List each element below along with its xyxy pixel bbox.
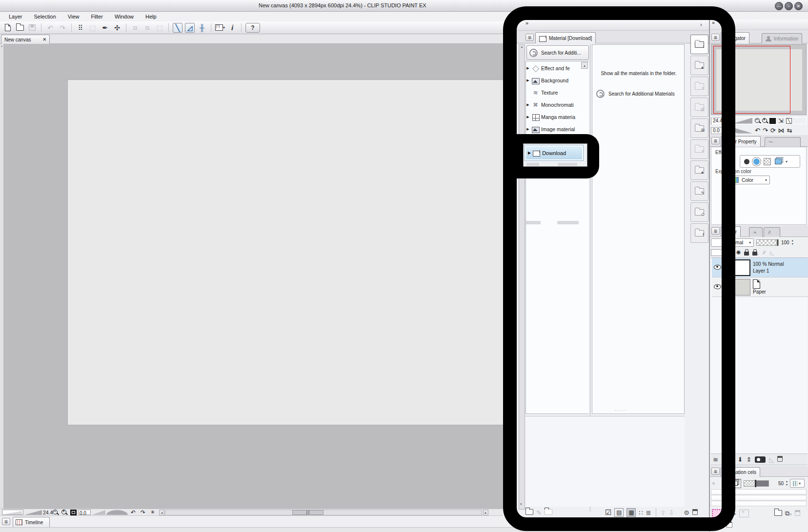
material-panel-menu-icon[interactable]: ≣ <box>525 34 534 41</box>
onion-opacity-slider[interactable] <box>744 480 769 487</box>
tree-item-manga-material[interactable]: ▶ Manga materia <box>526 112 588 122</box>
splitter-dots-handle[interactable]: ····· <box>615 408 627 413</box>
edit-material-icon[interactable]: ✎ <box>536 509 542 516</box>
select-cel-icon[interactable] <box>712 509 722 518</box>
nav-reset-rotation-icon[interactable]: ⟳ <box>770 127 776 134</box>
monochromatic-category-button[interactable]: ✕ <box>690 77 708 96</box>
cel-display-dropdown[interactable]: ▾ <box>790 479 805 488</box>
blend-mode-dropdown[interactable]: Normal ▾ <box>711 238 754 247</box>
display-settings-icon[interactable]: ▾ <box>215 23 225 33</box>
selection-mode2-icon[interactable]: ⧅ <box>142 23 152 33</box>
fill-icon[interactable]: ✒ <box>100 23 110 33</box>
tone-pattern-icon[interactable] <box>764 158 771 165</box>
fit-to-screen-icon[interactable] <box>70 510 77 515</box>
download-category-button[interactable]: ↓ <box>690 35 708 54</box>
mannequin-icon[interactable]: ✺ <box>736 249 741 256</box>
export-material-icon[interactable]: ⇩ <box>668 509 674 516</box>
rotate-ccw-icon[interactable]: ↶ <box>131 509 136 516</box>
animation-list-row[interactable]: . . . . . . . . <box>711 501 807 506</box>
menu-layer[interactable]: Layer <box>9 14 22 20</box>
collapse-dock-icon[interactable]: » <box>712 20 715 25</box>
tree-item-download[interactable]: ▶ Download <box>525 145 583 160</box>
rotate-cw-icon[interactable]: ↷ <box>141 509 145 516</box>
layer-mask-icon[interactable] <box>755 456 766 463</box>
export-doc-icon[interactable] <box>727 520 732 528</box>
navigator-view-outline[interactable] <box>713 46 790 114</box>
background-category-button[interactable]: ▲ <box>690 56 708 75</box>
undo-icon[interactable]: ↶ <box>45 23 55 33</box>
rotation-value-box[interactable]: 0.0 <box>78 510 91 515</box>
tone-effect-icon[interactable] <box>753 158 760 165</box>
tab-layer-property[interactable]: Layer Property <box>721 136 761 147</box>
selection-mode-icon[interactable]: ⧄ <box>130 23 140 33</box>
scrollbar-thumb[interactable] <box>292 510 323 515</box>
tree-item-image-material[interactable]: ▶ Image material <box>526 124 588 135</box>
3d-category-button[interactable]: ◇ <box>690 202 708 222</box>
navigator-panel-menu-icon[interactable]: ≣ <box>711 34 720 41</box>
document-tab[interactable]: New canvas ✕ <box>1 35 50 44</box>
layer-thumbnail[interactable] <box>733 259 750 276</box>
transfer-icon[interactable]: ⇕ <box>746 456 751 463</box>
selection-frame-icon[interactable]: ⬚ <box>155 23 164 33</box>
redo-icon[interactable]: ↷ <box>58 23 67 33</box>
zoom-slider[interactable] <box>2 510 23 515</box>
maximize-button[interactable]: ▫ <box>785 2 793 10</box>
combine-view-icon[interactable]: ≋ <box>713 456 718 463</box>
menu-view[interactable]: View <box>68 14 80 20</box>
tab-layer-search[interactable]: ❧ <box>749 227 763 237</box>
canvas-page[interactable] <box>67 79 507 425</box>
scroll-right-icon[interactable]: ▸ <box>483 510 488 515</box>
new-folder-layer-icon[interactable]: ⧉ <box>729 455 734 463</box>
manga-category-button[interactable]: ⊞ <box>690 118 708 138</box>
rotation-hump-slider[interactable] <box>106 510 128 515</box>
minimize-button[interactable]: — <box>775 2 783 10</box>
delete-cel-icon[interactable] <box>795 510 800 517</box>
open-file-icon[interactable] <box>15 23 25 33</box>
transform-icon[interactable]: ✣ <box>112 23 122 33</box>
menu-filter[interactable]: Filter <box>91 14 102 20</box>
tree-item-effect[interactable]: ▶ Effect and fe <box>526 63 588 74</box>
scroll-left-icon[interactable]: ◂ <box>159 510 164 515</box>
tree-item-texture[interactable]: ≋ Texture <box>526 87 588 98</box>
delete-material-folder-icon[interactable] <box>545 509 552 516</box>
next-cel-icon[interactable]: ▶ <box>732 511 736 517</box>
animation-list-row[interactable]: . . . . . . . . . . <box>711 495 807 500</box>
tab-timeline[interactable]: Timeline <box>13 517 50 527</box>
checkbox-display-icon[interactable]: ☑ <box>605 508 611 517</box>
zoom-slider-ramp[interactable] <box>24 510 42 515</box>
navigator-rotate-slider[interactable] <box>733 128 752 134</box>
image-category-button[interactable]: ▲ <box>690 160 708 180</box>
new-file-icon[interactable] <box>3 23 13 33</box>
rotation-ramp[interactable] <box>92 510 105 515</box>
prev-cel-icon[interactable]: ◀ <box>725 511 729 517</box>
effect-dropdown-icon[interactable]: ▾ <box>786 159 788 164</box>
opacity-spinner[interactable]: ▴▾ <box>792 239 793 246</box>
onion-skin-icon[interactable] <box>728 479 741 488</box>
small-grid-icon[interactable]: ∷ <box>639 509 643 516</box>
grid-snap-icon[interactable]: ╫ <box>197 23 207 33</box>
save-icon[interactable] <box>27 23 37 33</box>
layer-panel-menu-icon[interactable]: ≣ <box>711 227 720 235</box>
crop-icon[interactable]: ⬚ <box>88 23 98 33</box>
horizontal-scrollbar[interactable] <box>165 510 482 515</box>
layer-filter-box[interactable] <box>711 249 726 256</box>
layer-row-selected[interactable]: 100 % Normal Layer 1 <box>712 258 808 277</box>
expression-color-dropdown[interactable]: Color ▾ <box>731 176 770 184</box>
search-additional-materials-link[interactable]: Search for Additional Materials <box>596 90 675 98</box>
nav-rotate-ccw-icon[interactable]: ↶ <box>755 127 760 134</box>
navigator-rotation-value[interactable]: 0.0 <box>711 127 730 134</box>
pattern-category-button[interactable]: ▦ <box>690 98 708 117</box>
set-reference-icon[interactable]: ✗ <box>762 250 767 256</box>
lock-layer-icon[interactable] <box>744 249 749 256</box>
pose-category-button[interactable]: † <box>690 223 708 243</box>
tab-layer[interactable]: Layer <box>721 226 741 237</box>
zoom-out-icon[interactable]: − <box>53 510 58 515</box>
title-bar[interactable]: New canvas (4093 x 2894px 600dpi 24.4%) … <box>0 0 808 12</box>
material-left-scrollbar[interactable]: ▴ ▾ <box>519 44 525 510</box>
animation-list-row[interactable]: . . . . . . . <box>711 489 807 494</box>
layer-visibility-icon[interactable] <box>714 284 721 290</box>
document-tab-close-icon[interactable]: ✕ <box>42 37 46 42</box>
onion-spinner[interactable]: ▴▾ <box>786 480 788 487</box>
tab-stroke[interactable]: 〜 <box>765 137 801 147</box>
ink-bottle-icon[interactable]: ⚗ <box>712 520 719 532</box>
